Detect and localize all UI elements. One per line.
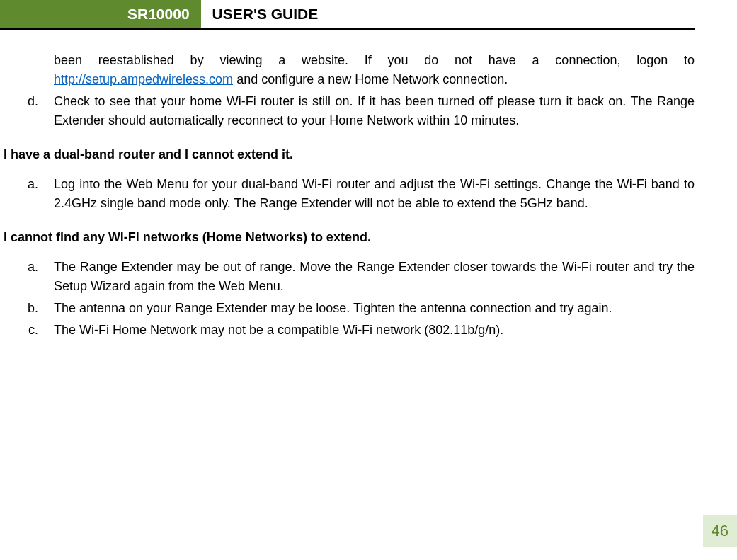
sec2-text-a: The Range Extender may be out of range. …: [54, 258, 695, 296]
sec2-marker-c: c.: [0, 321, 54, 340]
heading-cannot-find: I cannot find any Wi-Fi networks (Home N…: [4, 230, 695, 245]
sec1-marker-a: a.: [0, 175, 54, 213]
list-marker-empty: [0, 51, 54, 89]
model-badge: SR10000: [0, 0, 201, 28]
page-number: 46: [703, 515, 737, 547]
page-header: SR10000 USER'S GUIDE: [0, 0, 695, 30]
text-d: Check to see that your home Wi-Fi router…: [54, 92, 695, 130]
sec2-text-b: The antenna on your Range Extender may b…: [54, 299, 695, 318]
sec1-item-a: a. Log into the Web Menu for your dual-b…: [0, 175, 695, 213]
doc-title: USER'S GUIDE: [201, 0, 330, 28]
sec2-item-c: c. The Wi-Fi Home Network may not be a c…: [0, 321, 695, 340]
fragment-pre: been reestablished by viewing a website.…: [54, 53, 695, 67]
heading-dual-band: I have a dual-band router and I cannot e…: [4, 147, 695, 162]
list-item-continuation: been reestablished by viewing a website.…: [0, 51, 695, 89]
setup-link[interactable]: http://setup.ampedwireless.com: [54, 72, 233, 86]
page-content: been reestablished by viewing a website.…: [0, 30, 737, 340]
marker-d: d.: [0, 92, 54, 130]
sec2-marker-b: b.: [0, 299, 54, 318]
fragment-post: and configure a new Home Network connect…: [233, 72, 508, 86]
sec2-item-a: a. The Range Extender may be out of rang…: [0, 258, 695, 296]
list-item-d: d. Check to see that your home Wi-Fi rou…: [0, 92, 695, 130]
sec2-item-b: b. The antenna on your Range Extender ma…: [0, 299, 695, 318]
continuation-text: been reestablished by viewing a website.…: [54, 51, 695, 89]
sec2-text-c: The Wi-Fi Home Network may not be a comp…: [54, 321, 695, 340]
sec1-text-a: Log into the Web Menu for your dual-band…: [54, 175, 695, 213]
sec2-marker-a: a.: [0, 258, 54, 296]
